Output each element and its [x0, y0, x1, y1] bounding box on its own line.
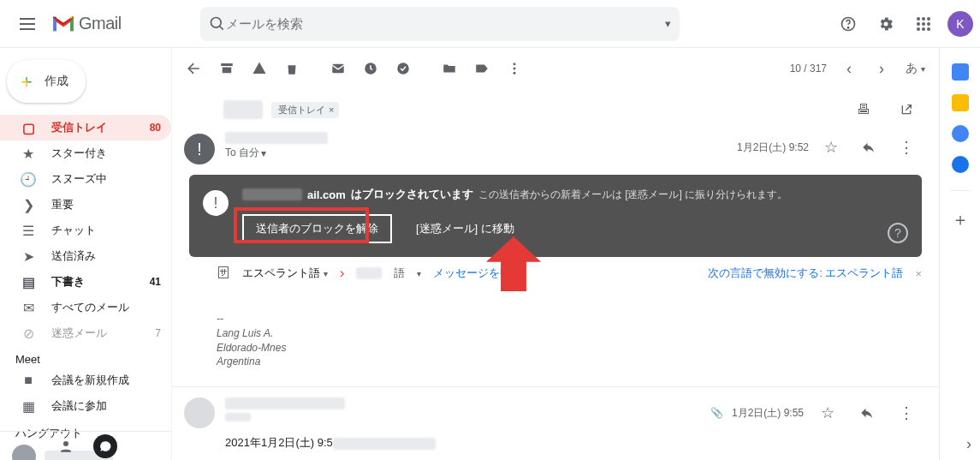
expand-recipients-icon[interactable]: ▾ — [261, 147, 266, 159]
sender2-sub-redacted — [225, 413, 251, 421]
next-thread-button[interactable]: › — [866, 53, 897, 84]
translate-to-redacted — [356, 267, 382, 279]
add-task-button[interactable] — [388, 53, 419, 84]
settings-button[interactable] — [869, 7, 903, 41]
main-pane: 10 / 317 ‹ › あ▾ 受信トレイ × 🖶 ! To 自分 ▾ 1月2 — [171, 48, 939, 460]
spam-icon: ⊘ — [21, 326, 36, 342]
print-button[interactable]: 🖶 — [848, 94, 879, 125]
compose-button[interactable]: ＋ 作成 — [7, 60, 86, 103]
sidebar-item-chat[interactable]: ☰ チャット — [0, 218, 171, 243]
sender2-name-redacted — [225, 397, 345, 409]
svg-point-12 — [927, 27, 930, 31]
snooze-button[interactable] — [355, 53, 386, 84]
sidebar: ＋ 作成 ▢ 受信トレイ 80 ★ スター付き 🕘 スヌーズ中 ❯ 重要 ☰ チ… — [0, 48, 171, 460]
svg-rect-14 — [221, 63, 233, 66]
svg-point-17 — [397, 63, 409, 75]
message2-more-button[interactable]: ⋮ — [891, 397, 922, 428]
message2-body-line: 2021年1月2日(土) 9:5 — [225, 435, 922, 451]
search-bar[interactable]: ▾ — [200, 7, 680, 41]
translate-message-link[interactable]: メッセージを翻訳 — [433, 266, 522, 281]
svg-point-11 — [922, 27, 925, 31]
banner-help-button[interactable]: ? — [888, 223, 908, 243]
gmail-logo-text: Gmail — [79, 14, 122, 33]
translate-icon: 🈂 — [217, 266, 230, 281]
svg-point-5 — [922, 17, 925, 21]
remove-label-icon[interactable]: × — [329, 105, 334, 115]
account-avatar[interactable]: K — [947, 11, 973, 37]
svg-point-7 — [917, 22, 920, 26]
blocked-sender-banner: ! ail.com はブロックされています この送信者からの新着メールは [迷惑… — [189, 175, 922, 257]
support-button[interactable] — [831, 7, 865, 41]
open-new-window-button[interactable] — [891, 94, 922, 125]
sidebar-item-drafts[interactable]: ▤ 下書き 41 — [0, 269, 171, 295]
labels-button[interactable] — [466, 53, 497, 84]
sent-icon: ➤ — [21, 248, 36, 265]
contacts-button[interactable] — [54, 434, 78, 458]
sidebar-item-allmail[interactable]: ✉ すべてのメール — [0, 295, 171, 320]
move-to-button[interactable] — [434, 53, 465, 84]
reply-message2-button[interactable] — [852, 397, 882, 428]
header: Gmail ▾ K — [0, 0, 980, 48]
banner-email-redacted — [242, 188, 302, 200]
sidebar-item-inbox[interactable]: ▢ 受信トレイ 80 — [0, 115, 171, 140]
arrow-right-icon: › — [340, 266, 344, 281]
keep-addon-icon[interactable] — [952, 94, 969, 111]
sender-name-redacted — [225, 132, 328, 144]
hangouts-button[interactable] — [93, 434, 117, 458]
move-to-spam-button[interactable]: [迷惑メール] に移動 — [416, 221, 514, 236]
sidebar-item-spam[interactable]: ⊘ 迷惑メール 7 — [0, 320, 171, 346]
reply-button[interactable] — [853, 132, 884, 163]
unblock-sender-button[interactable]: 送信者のブロックを解除 — [242, 214, 392, 243]
search-input[interactable] — [226, 16, 665, 31]
signature-block: -- Lang Luis A. Eldorado-Mnes Argentina — [217, 312, 922, 369]
sidebar-item-starred[interactable]: ★ スター付き — [0, 140, 171, 166]
label-chip-inbox[interactable]: 受信トレイ × — [271, 102, 339, 118]
collapse-sidepanel-button[interactable]: › — [966, 435, 971, 453]
report-spam-button[interactable] — [244, 53, 275, 84]
svg-point-20 — [514, 72, 516, 75]
more-button[interactable] — [499, 53, 530, 84]
translate-bar: 🈂 エスペラント語 ▾ › 語▾ メッセージを翻訳 次の言語で無効にする: エス… — [217, 266, 922, 281]
svg-point-3 — [847, 27, 848, 27]
svg-point-13 — [63, 441, 68, 446]
sidebar-item-sent[interactable]: ➤ 送信済み — [0, 243, 171, 269]
tasks-addon-icon[interactable] — [952, 125, 969, 142]
calendar-addon-icon[interactable] — [952, 63, 969, 81]
back-button[interactable] — [179, 53, 210, 84]
svg-point-9 — [927, 22, 930, 26]
compose-label: 作成 — [45, 74, 68, 89]
mark-unread-button[interactable] — [323, 53, 353, 84]
star-icon: ★ — [21, 146, 36, 162]
prev-thread-button[interactable]: ‹ — [834, 53, 864, 84]
star-message2-button[interactable]: ☆ — [812, 397, 843, 428]
sidebar-item-join-meeting[interactable]: ▦ 会議に参加 — [0, 393, 171, 419]
allmail-icon: ✉ — [21, 300, 36, 316]
apps-button[interactable] — [906, 7, 941, 41]
meet-header: Meet — [0, 346, 171, 367]
svg-point-19 — [514, 68, 516, 70]
important-icon: ❯ — [21, 197, 36, 213]
translate-from-lang[interactable]: エスペラント語 ▾ — [242, 266, 328, 281]
delete-button[interactable] — [276, 53, 307, 84]
input-tool-toggle[interactable]: あ▾ — [906, 61, 925, 76]
disable-translate-link[interactable]: 次の言語で無効にする: エスペラント語 — [708, 266, 903, 281]
archive-button[interactable] — [211, 53, 242, 84]
close-translate-bar[interactable]: × — [915, 267, 922, 280]
contacts-addon-icon[interactable] — [952, 156, 969, 173]
to-line[interactable]: To 自分 ▾ — [225, 146, 328, 160]
main-menu-button[interactable] — [10, 7, 45, 41]
message-2-header[interactable]: 📎 1月2日(土) 9:55 ☆ ⋮ — [172, 386, 939, 435]
sidebar-item-snoozed[interactable]: 🕘 スヌーズ中 — [0, 166, 171, 192]
search-options-caret-icon[interactable]: ▾ — [665, 17, 671, 30]
star-message-button[interactable]: ☆ — [816, 132, 846, 163]
get-addons-button[interactable]: ＋ — [952, 208, 969, 231]
gmail-logo[interactable]: Gmail — [51, 14, 171, 33]
attachment-icon: 📎 — [710, 407, 723, 419]
subject-redacted — [223, 100, 263, 119]
sender2-avatar — [184, 397, 215, 428]
message-more-button[interactable]: ⋮ — [891, 132, 922, 163]
svg-point-18 — [514, 63, 516, 65]
sidebar-item-important[interactable]: ❯ 重要 — [0, 192, 171, 218]
message-date: 1月2日(土) 9:52 — [737, 140, 809, 155]
sidebar-item-new-meeting[interactable]: ■ 会議を新規作成 — [0, 367, 171, 393]
